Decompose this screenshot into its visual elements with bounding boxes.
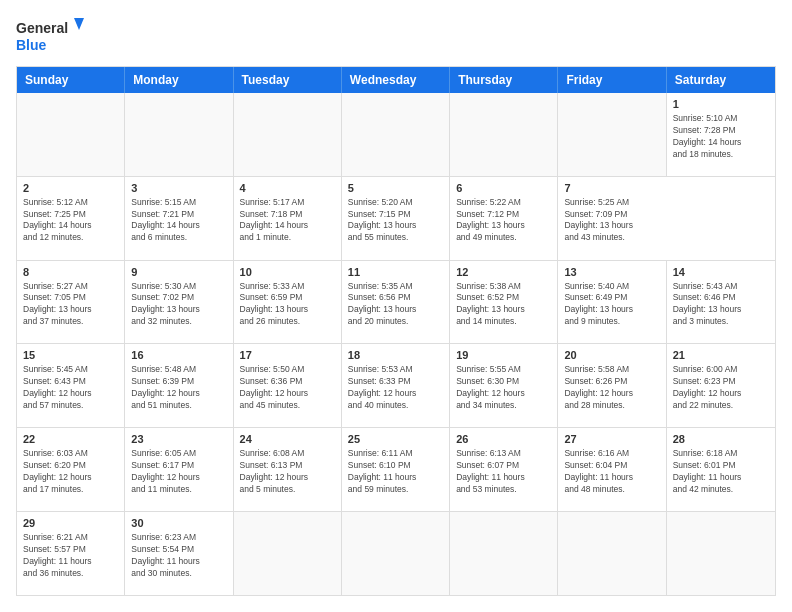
header-cell-tuesday: Tuesday [234, 67, 342, 93]
calendar-cell: 27Sunrise: 6:16 AMSunset: 6:04 PMDayligh… [558, 428, 666, 511]
day-number: 19 [456, 348, 551, 363]
calendar-cell [450, 512, 558, 595]
day-number: 20 [564, 348, 659, 363]
cell-text: Sunrise: 6:21 AMSunset: 5:57 PMDaylight:… [23, 532, 118, 580]
cell-text: Sunrise: 5:35 AMSunset: 6:56 PMDaylight:… [348, 281, 443, 329]
calendar-cell [450, 93, 558, 176]
cell-text: Sunrise: 5:17 AMSunset: 7:18 PMDaylight:… [240, 197, 335, 245]
svg-text:General: General [16, 20, 68, 36]
day-number: 14 [673, 265, 769, 280]
cell-text: Sunrise: 5:50 AMSunset: 6:36 PMDaylight:… [240, 364, 335, 412]
cell-text: Sunrise: 6:08 AMSunset: 6:13 PMDaylight:… [240, 448, 335, 496]
logo-icon: GeneralBlue [16, 16, 96, 56]
day-number: 11 [348, 265, 443, 280]
cell-text: Sunrise: 5:53 AMSunset: 6:33 PMDaylight:… [348, 364, 443, 412]
calendar-cell: 7Sunrise: 5:25 AMSunset: 7:09 PMDaylight… [558, 177, 666, 260]
calendar-row-2: 8Sunrise: 5:27 AMSunset: 7:05 PMDaylight… [17, 261, 775, 345]
calendar-row-5: 29Sunrise: 6:21 AMSunset: 5:57 PMDayligh… [17, 512, 775, 595]
calendar-cell [125, 93, 233, 176]
day-number: 10 [240, 265, 335, 280]
calendar-cell [558, 93, 666, 176]
calendar-body: 1Sunrise: 5:10 AMSunset: 7:28 PMDaylight… [17, 93, 775, 595]
calendar-cell: 22Sunrise: 6:03 AMSunset: 6:20 PMDayligh… [17, 428, 125, 511]
calendar-cell: 11Sunrise: 5:35 AMSunset: 6:56 PMDayligh… [342, 261, 450, 344]
cell-text: Sunrise: 5:45 AMSunset: 6:43 PMDaylight:… [23, 364, 118, 412]
day-number: 6 [456, 181, 551, 196]
day-number: 18 [348, 348, 443, 363]
day-number: 1 [673, 97, 769, 112]
calendar-cell: 25Sunrise: 6:11 AMSunset: 6:10 PMDayligh… [342, 428, 450, 511]
day-number: 8 [23, 265, 118, 280]
day-number: 15 [23, 348, 118, 363]
day-number: 4 [240, 181, 335, 196]
day-number: 12 [456, 265, 551, 280]
cell-text: Sunrise: 5:12 AMSunset: 7:25 PMDaylight:… [23, 197, 118, 245]
calendar-cell: 9Sunrise: 5:30 AMSunset: 7:02 PMDaylight… [125, 261, 233, 344]
cell-text: Sunrise: 5:40 AMSunset: 6:49 PMDaylight:… [564, 281, 659, 329]
calendar-cell [234, 512, 342, 595]
cell-text: Sunrise: 6:23 AMSunset: 5:54 PMDaylight:… [131, 532, 226, 580]
calendar-cell: 23Sunrise: 6:05 AMSunset: 6:17 PMDayligh… [125, 428, 233, 511]
calendar-cell [667, 512, 775, 595]
calendar-cell [342, 93, 450, 176]
day-number: 17 [240, 348, 335, 363]
calendar-cell: 16Sunrise: 5:48 AMSunset: 6:39 PMDayligh… [125, 344, 233, 427]
calendar-cell: 20Sunrise: 5:58 AMSunset: 6:26 PMDayligh… [558, 344, 666, 427]
cell-text: Sunrise: 5:38 AMSunset: 6:52 PMDaylight:… [456, 281, 551, 329]
cell-text: Sunrise: 5:30 AMSunset: 7:02 PMDaylight:… [131, 281, 226, 329]
calendar-cell: 29Sunrise: 6:21 AMSunset: 5:57 PMDayligh… [17, 512, 125, 595]
calendar: SundayMondayTuesdayWednesdayThursdayFrid… [16, 66, 776, 596]
cell-text: Sunrise: 5:48 AMSunset: 6:39 PMDaylight:… [131, 364, 226, 412]
cell-text: Sunrise: 5:25 AMSunset: 7:09 PMDaylight:… [564, 197, 660, 245]
calendar-cell [17, 93, 125, 176]
calendar-cell: 2Sunrise: 5:12 AMSunset: 7:25 PMDaylight… [17, 177, 125, 260]
calendar-cell [234, 93, 342, 176]
day-number: 27 [564, 432, 659, 447]
cell-text: Sunrise: 5:27 AMSunset: 7:05 PMDaylight:… [23, 281, 118, 329]
calendar-cell: 8Sunrise: 5:27 AMSunset: 7:05 PMDaylight… [17, 261, 125, 344]
header-cell-friday: Friday [558, 67, 666, 93]
day-number: 25 [348, 432, 443, 447]
calendar-cell: 14Sunrise: 5:43 AMSunset: 6:46 PMDayligh… [667, 261, 775, 344]
cell-text: Sunrise: 5:10 AMSunset: 7:28 PMDaylight:… [673, 113, 769, 161]
cell-text: Sunrise: 6:13 AMSunset: 6:07 PMDaylight:… [456, 448, 551, 496]
calendar-cell: 28Sunrise: 6:18 AMSunset: 6:01 PMDayligh… [667, 428, 775, 511]
calendar-cell: 30Sunrise: 6:23 AMSunset: 5:54 PMDayligh… [125, 512, 233, 595]
day-number: 21 [673, 348, 769, 363]
page: GeneralBlue SundayMondayTuesdayWednesday… [0, 0, 792, 612]
day-number: 16 [131, 348, 226, 363]
calendar-cell: 6Sunrise: 5:22 AMSunset: 7:12 PMDaylight… [450, 177, 558, 260]
day-number: 7 [564, 181, 660, 196]
svg-marker-2 [74, 18, 84, 30]
day-number: 26 [456, 432, 551, 447]
calendar-cell: 1Sunrise: 5:10 AMSunset: 7:28 PMDaylight… [667, 93, 775, 176]
cell-text: Sunrise: 6:11 AMSunset: 6:10 PMDaylight:… [348, 448, 443, 496]
cell-text: Sunrise: 5:43 AMSunset: 6:46 PMDaylight:… [673, 281, 769, 329]
calendar-row-1: 2Sunrise: 5:12 AMSunset: 7:25 PMDaylight… [17, 177, 775, 261]
cell-text: Sunrise: 5:20 AMSunset: 7:15 PMDaylight:… [348, 197, 443, 245]
header-cell-sunday: Sunday [17, 67, 125, 93]
calendar-row-4: 22Sunrise: 6:03 AMSunset: 6:20 PMDayligh… [17, 428, 775, 512]
calendar-row-3: 15Sunrise: 5:45 AMSunset: 6:43 PMDayligh… [17, 344, 775, 428]
calendar-cell: 5Sunrise: 5:20 AMSunset: 7:15 PMDaylight… [342, 177, 450, 260]
header-cell-thursday: Thursday [450, 67, 558, 93]
calendar-cell: 24Sunrise: 6:08 AMSunset: 6:13 PMDayligh… [234, 428, 342, 511]
day-number: 9 [131, 265, 226, 280]
day-number: 5 [348, 181, 443, 196]
header-cell-wednesday: Wednesday [342, 67, 450, 93]
cell-text: Sunrise: 5:33 AMSunset: 6:59 PMDaylight:… [240, 281, 335, 329]
calendar-cell: 17Sunrise: 5:50 AMSunset: 6:36 PMDayligh… [234, 344, 342, 427]
day-number: 3 [131, 181, 226, 196]
cell-text: Sunrise: 6:18 AMSunset: 6:01 PMDaylight:… [673, 448, 769, 496]
svg-text:Blue: Blue [16, 37, 47, 53]
day-number: 22 [23, 432, 118, 447]
day-number: 23 [131, 432, 226, 447]
calendar-cell: 4Sunrise: 5:17 AMSunset: 7:18 PMDaylight… [234, 177, 342, 260]
calendar-cell: 19Sunrise: 5:55 AMSunset: 6:30 PMDayligh… [450, 344, 558, 427]
day-number: 24 [240, 432, 335, 447]
header-cell-saturday: Saturday [667, 67, 775, 93]
cell-text: Sunrise: 5:22 AMSunset: 7:12 PMDaylight:… [456, 197, 551, 245]
calendar-cell: 26Sunrise: 6:13 AMSunset: 6:07 PMDayligh… [450, 428, 558, 511]
header: GeneralBlue [16, 16, 776, 56]
cell-text: Sunrise: 6:16 AMSunset: 6:04 PMDaylight:… [564, 448, 659, 496]
